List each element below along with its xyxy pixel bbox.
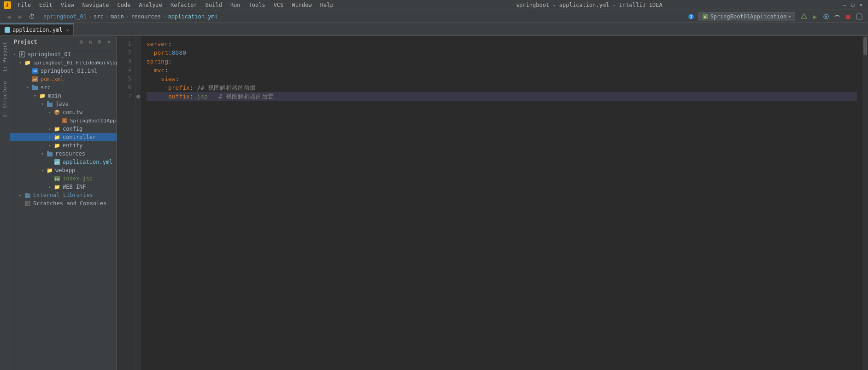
tree-arrow xyxy=(47,143,53,148)
side-tabs-strip: 1: Project 2: Structure xyxy=(0,36,10,370)
right-scrollbar[interactable] xyxy=(862,36,868,370)
menu-file[interactable]: File xyxy=(14,1,35,9)
tree-arrow xyxy=(18,201,23,206)
tree-arrow xyxy=(47,134,53,140)
token: prefix xyxy=(168,83,190,92)
tab-application-yml[interactable]: application.yml ✕ xyxy=(0,23,74,35)
tree-label: index.jsp xyxy=(63,175,93,182)
main-layout: 1: Project 2: Structure Project ⚙ ⇅ ⊞ ✕ xyxy=(0,36,868,370)
code-line-2: port: 8080 xyxy=(147,48,857,57)
panel-header: Project ⚙ ⇅ ⊞ ✕ xyxy=(10,36,117,48)
tree-item-resources[interactable]: resources xyxy=(10,150,117,158)
scrollbar-thumb[interactable] xyxy=(863,37,867,55)
panel-sort-button[interactable]: ⇅ xyxy=(86,38,94,46)
menu-code[interactable]: Code xyxy=(114,1,135,9)
tab-close-button[interactable]: ✕ xyxy=(66,28,69,33)
svg-rect-19 xyxy=(25,194,30,198)
breadcrumb-src[interactable]: src xyxy=(94,13,104,20)
breadcrumb-file[interactable]: application.yml xyxy=(168,13,217,20)
code-editor[interactable]: server: port: 8080 spring: mvc: view: xyxy=(141,36,862,370)
tree-item-java-folder[interactable]: java xyxy=(10,100,117,108)
nav-bar: ◀ ▶ ⏱ springboot_01 › src › main › resou… xyxy=(0,10,868,23)
token: # 视图解析器的后置 xyxy=(208,92,274,101)
attach-debugger-button[interactable] xyxy=(854,12,864,22)
menu-window[interactable]: Window xyxy=(288,1,315,9)
panel-settings-button[interactable]: ⊞ xyxy=(95,38,104,46)
tree-item-controller[interactable]: 📁 controller xyxy=(10,133,117,141)
menu-navigate[interactable]: Navigate xyxy=(79,1,113,9)
build-button[interactable] xyxy=(799,12,809,22)
breadcrumb-main[interactable]: main xyxy=(111,13,124,20)
run-button[interactable]: ▶ xyxy=(810,12,820,22)
tree-item-com-tw[interactable]: 📦 com.tw xyxy=(10,108,117,116)
menu-edit[interactable]: Edit xyxy=(35,1,56,9)
run-config-selector[interactable]: ▶ SpringBoot01Application ▾ xyxy=(698,12,795,21)
menu-help[interactable]: Help xyxy=(317,1,337,9)
token xyxy=(147,75,161,83)
tree-item-springboot-folder[interactable]: 📁 springboot_01 F:\IdeaWork\springb... xyxy=(10,58,117,67)
tree-item-src[interactable]: src xyxy=(10,83,117,92)
tree-item-main[interactable]: 📁 main xyxy=(10,92,117,100)
title-bar-left: J File Edit View Navigate Code Analyze R… xyxy=(4,1,337,9)
breadcrumb-resources[interactable]: resources xyxy=(131,13,161,20)
panel-gear-button[interactable]: ⚙ xyxy=(77,38,85,46)
panel-toolbar: ⚙ ⇅ ⊞ ✕ xyxy=(77,38,113,46)
tree-label: com.tw xyxy=(63,109,82,116)
menu-tools[interactable]: Tools xyxy=(245,1,269,9)
menu-refactor[interactable]: Refactor xyxy=(167,1,201,9)
tree-item-application-yml[interactable]: yml application.yml xyxy=(10,158,117,166)
tree-item-pom[interactable]: xml pom.xml xyxy=(10,75,117,83)
debug-button[interactable] xyxy=(821,12,831,22)
app-icon: J xyxy=(4,1,11,9)
breadcrumb: springboot_01 › src › main › resources ›… xyxy=(43,13,218,20)
tree-item-external-libs[interactable]: External Libraries xyxy=(10,191,117,199)
line-numbers: 1 2 3 4 5 6 7 xyxy=(117,36,135,370)
menu-view[interactable]: View xyxy=(57,1,78,9)
minimize-button[interactable]: — xyxy=(841,2,848,8)
tree-arrow xyxy=(47,126,53,132)
close-button[interactable]: ✕ xyxy=(858,2,864,8)
line-num-6: 6 xyxy=(117,83,131,92)
menu-analyze[interactable]: Analyze xyxy=(135,1,166,9)
side-tab-project[interactable]: 1: Project xyxy=(0,37,9,76)
breadcrumb-project[interactable]: springboot_01 xyxy=(43,13,87,20)
tab-bar: application.yml ✕ xyxy=(0,23,868,36)
tree-item-webapp[interactable]: 📁 webapp xyxy=(10,166,117,174)
line-num-7: 7 xyxy=(117,92,131,101)
tree-item-scratches[interactable]: Scratches and Consoles xyxy=(10,199,117,208)
nav-recent-button[interactable]: ⏱ xyxy=(27,12,37,22)
panel-close-button[interactable]: ✕ xyxy=(105,38,113,46)
tree-label: External Libraries xyxy=(33,192,93,198)
stop-button[interactable]: ■ xyxy=(843,12,853,22)
tree-item-iml[interactable]: iml springboot_01.iml xyxy=(10,67,117,75)
gutter-2 xyxy=(135,48,141,57)
menu-run[interactable]: Run xyxy=(227,1,244,9)
gutter-7[interactable] xyxy=(135,92,141,101)
tree-item-index-jsp[interactable]: jsp index.jsp xyxy=(10,174,117,183)
tree-arrow xyxy=(54,118,60,123)
menu-build[interactable]: Build xyxy=(202,1,226,9)
line-num-3: 3 xyxy=(117,57,131,66)
nav-back-button[interactable]: ◀ xyxy=(4,12,14,22)
nav-forward-button[interactable]: ▶ xyxy=(15,12,25,22)
tree-item-project-root[interactable]: P springboot_01 xyxy=(10,50,117,58)
tree-arrow xyxy=(32,93,38,98)
editor-area[interactable]: 1 2 3 4 5 6 7 xyxy=(117,36,868,370)
side-tab-structure[interactable]: 2: Structure xyxy=(0,76,9,122)
tree-item-webinf[interactable]: 📁 WEB-INF xyxy=(10,183,117,191)
tree-label: WEB-INF xyxy=(63,184,86,190)
java-folder-icon xyxy=(46,100,53,108)
line-num-5: 5 xyxy=(117,75,131,83)
tree-item-entity[interactable]: 📁 entity xyxy=(10,141,117,150)
tree-item-main-class[interactable]: C SpringBoot01Applicati... xyxy=(10,116,117,125)
tree-arrow xyxy=(18,192,23,198)
tree-arrow xyxy=(25,76,30,82)
menu-vcs[interactable]: VCS xyxy=(270,1,287,9)
maximize-button[interactable]: □ xyxy=(850,2,856,8)
tree-label: SpringBoot01Applicati... xyxy=(70,118,117,124)
tree-item-config[interactable]: 📁 config xyxy=(10,125,117,133)
svg-text:yml: yml xyxy=(55,161,60,164)
run-with-coverage-button[interactable] xyxy=(832,12,842,22)
tree-label: application.yml xyxy=(63,159,112,165)
token: spring xyxy=(147,57,168,66)
